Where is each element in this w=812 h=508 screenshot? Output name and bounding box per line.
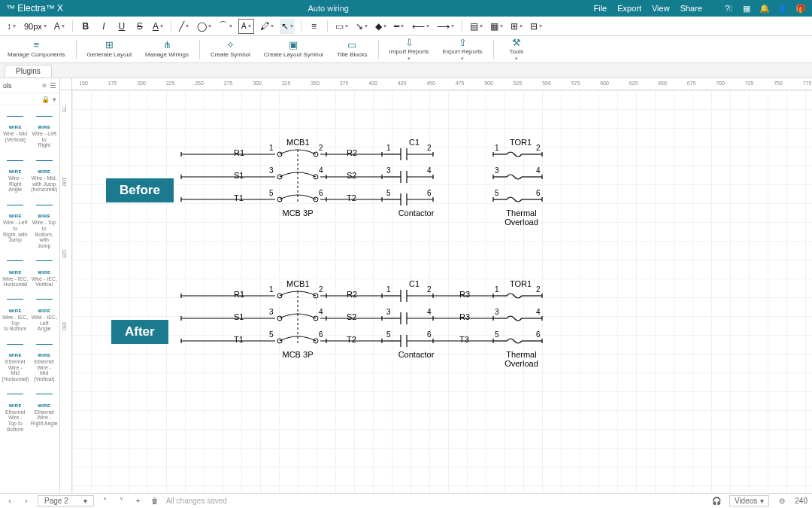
distribute-dropdown[interactable]: ⊟ — [529, 19, 544, 34]
next-page-button[interactable]: › — [21, 497, 32, 505]
strike-button[interactable]: S — [133, 19, 147, 34]
filter-icon[interactable]: ≡ — [42, 81, 47, 90]
tor-sub: ThermalOverload — [492, 208, 552, 227]
create-layout-symbol-button[interactable]: ▣Create Layout Symbol — [261, 38, 326, 62]
title-blocks-button[interactable]: ▭Title Blocks — [334, 38, 371, 62]
stencil-item[interactable]: WIREEthernet Wire -Right Angle — [31, 387, 59, 433]
support-icon[interactable]: 🎧 — [711, 497, 722, 505]
pin: 2 — [536, 285, 541, 294]
stencil-item[interactable]: WIREWire - Left toRight — [31, 108, 59, 148]
user-icon[interactable]: 👤 — [777, 3, 788, 14]
pin: 2 — [536, 144, 541, 152]
page-selector[interactable]: Page 2▾ — [38, 495, 94, 506]
highlight-tool[interactable]: 🖍 — [259, 19, 275, 34]
help-icon[interactable]: ?⃝ — [723, 3, 734, 14]
contactor-sub: Contactor — [386, 350, 447, 359]
manage-wirings-button[interactable]: ⋔Manage Wirings — [142, 38, 192, 62]
manage-components-button[interactable]: ≡Manage Components — [5, 38, 68, 62]
canvas-area: 1501752002252502753003253503754004254504… — [60, 78, 812, 493]
tools-button[interactable]: ⚒Tools▾ — [501, 38, 532, 62]
pin: 3 — [495, 166, 499, 175]
menu-share[interactable]: Share — [680, 4, 702, 13]
drawing-canvas[interactable]: Before After MCB1C1TOR1R1R2121212S1S2343… — [72, 90, 812, 493]
pin: 3 — [386, 308, 391, 316]
font-family-dropdown[interactable]: A — [53, 19, 66, 34]
app-name: ™ Electra™ X — [6, 3, 63, 14]
pin: 2 — [427, 285, 432, 294]
page-up-button[interactable]: ˄ — [100, 497, 111, 505]
underline-button[interactable]: U — [115, 19, 129, 34]
wire-label: S1 — [234, 171, 244, 180]
stencil-item[interactable]: WIREWire - IEC,Horizontal — [2, 254, 29, 287]
delete-page-button[interactable]: 🗑 — [150, 497, 160, 505]
menu-view[interactable]: View — [652, 4, 670, 13]
menu-export[interactable]: Export — [617, 4, 641, 13]
stencil-item[interactable]: WIREWire - Top toBottom, withJump — [31, 197, 59, 248]
import-reports-button[interactable]: ⇩Import Reports▾ — [386, 38, 432, 62]
line-style-dropdown[interactable]: ━ — [392, 19, 406, 34]
arc-tool[interactable]: ⌒ — [217, 19, 234, 34]
line-start-dropdown[interactable]: ⟵ — [411, 19, 431, 34]
select-tool[interactable]: ↖ — [280, 19, 295, 34]
gift-icon[interactable]: 🎁 — [795, 3, 806, 14]
stencil-item[interactable]: WIREEthernet Wire -Top to Bottom — [2, 387, 29, 433]
wire-label: T1 — [234, 335, 244, 344]
grid-icon[interactable]: ▦ — [741, 3, 752, 14]
stencil-item[interactable]: WIREWire - Mid,with Jump(horizontal) — [31, 153, 59, 193]
group-dropdown[interactable]: ⊞ — [509, 19, 524, 34]
zoom-out-button[interactable]: ⊖ — [777, 497, 787, 505]
bell-icon[interactable]: 🔔 — [759, 3, 770, 14]
text-tool[interactable]: A — [238, 19, 254, 34]
generate-layout-button[interactable]: ⊞Generate Layout — [84, 38, 135, 62]
stencil-item[interactable]: WIREWire - IEC,Vertical — [31, 254, 59, 287]
line-end-dropdown[interactable]: ⟶ — [435, 19, 456, 34]
page-down-button[interactable]: ˅ — [117, 497, 127, 505]
align-left-button[interactable]: ≡ — [308, 19, 321, 34]
fill-dropdown[interactable]: ◆ — [374, 19, 388, 34]
font-size-input[interactable]: 90px — [23, 19, 48, 34]
stencil-title: ols — [3, 82, 12, 90]
wire-label: T3 — [459, 335, 469, 344]
stencil-item[interactable]: WIREWire - Mid(Vertical) — [2, 108, 29, 148]
bold-button[interactable]: B — [79, 19, 92, 34]
wire-label: R1 — [234, 290, 244, 299]
stencil-item[interactable]: WIREEthernet Wire -Mid(Horizontal) — [2, 336, 29, 382]
stencil-item[interactable]: WIREWire - RightAngle — [2, 153, 29, 193]
ellipse-tool[interactable]: ◯ — [195, 19, 213, 34]
wire-label: T2 — [347, 193, 356, 202]
stencil-item[interactable]: WIREEthernet Wire -Mid (Vertical) — [31, 336, 59, 382]
export-reports-button[interactable]: ⇧Export Reports▾ — [440, 38, 486, 62]
stencil-item[interactable]: WIREWire - IEC, LeftAngle — [31, 292, 59, 332]
contactor-ref: C1 — [409, 279, 420, 288]
pin: 4 — [427, 166, 432, 175]
connector-dropdown[interactable]: ↘ — [354, 19, 369, 34]
chevron-down-icon[interactable]: ▾ — [53, 96, 56, 103]
statusbar: ‹ › Page 2▾ ˄ ˅ + 🗑 All changes saved 🎧 … — [0, 493, 812, 508]
menu-file[interactable]: File — [593, 4, 607, 13]
text-color-button[interactable]: A — [151, 19, 165, 34]
wire-label: S1 — [234, 312, 244, 321]
tor-ref: TOR1 — [510, 138, 532, 147]
mcb-sub: MCB 3P — [268, 208, 328, 217]
stencil-item[interactable]: WIREWire - Left toRight, withJump — [2, 197, 29, 248]
pin: 5 — [386, 330, 391, 339]
prev-page-button[interactable]: ‹ — [5, 497, 15, 505]
menu-icon[interactable]: ☰ — [50, 81, 56, 90]
format-toolbar: ↕ 90px A B I U S A ╱ ◯ ⌒ A 🖍 ↖ ≡ ▭ ↘ ◆ ━… — [0, 17, 812, 36]
schematic-svg — [72, 90, 812, 482]
stencil-item[interactable]: WIREWire - IEC, Topto Bottom — [2, 292, 29, 332]
arrange-dropdown[interactable]: ▦ — [489, 19, 504, 34]
tor-sub: ThermalOverload — [492, 350, 552, 368]
arrow-dropdown[interactable]: ↕ — [5, 19, 18, 34]
plugins-tab[interactable]: Plugins — [5, 65, 52, 77]
line-tool[interactable]: ╱ — [177, 19, 191, 34]
create-symbol-button[interactable]: ✧Create Symbol — [208, 38, 253, 62]
layers-dropdown[interactable]: ▤ — [468, 19, 484, 34]
wire-label: R3 — [459, 290, 470, 299]
italic-button[interactable]: I — [97, 19, 111, 34]
videos-button[interactable]: Videos▾ — [729, 495, 769, 506]
shape-dropdown[interactable]: ▭ — [334, 19, 350, 34]
lock-icon[interactable]: 🔒 — [41, 96, 50, 103]
ruler-corner — [60, 78, 72, 90]
add-page-button[interactable]: + — [133, 497, 144, 505]
